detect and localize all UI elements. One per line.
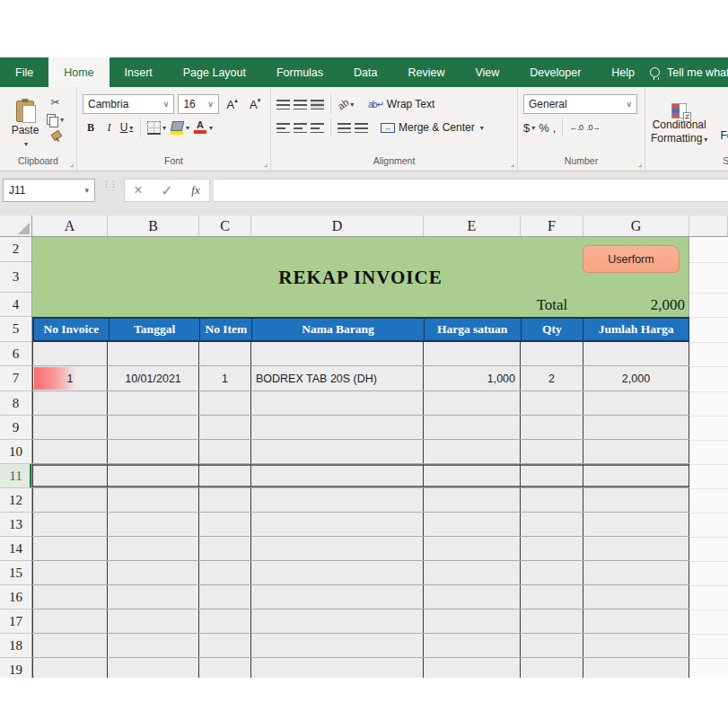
cell[interactable] [521,610,583,633]
cell[interactable]: 1 [199,366,251,390]
wrap-text-button[interactable]: ab↵ Wrap Text [368,98,434,110]
cell[interactable]: 1,000 [424,366,521,390]
cell[interactable] [199,658,251,678]
cell[interactable] [108,634,199,657]
clipboard-dialog-launcher[interactable]: ⌟ [70,160,74,168]
cell[interactable] [251,610,424,633]
align-center-button[interactable] [294,123,307,133]
grow-font-button[interactable]: A▴ [223,98,242,111]
cell[interactable] [424,585,521,609]
cell[interactable] [251,513,424,536]
cell[interactable] [32,610,108,633]
font-name-combo[interactable]: Cambria ∨ [83,94,174,114]
tab-home[interactable]: Home [48,57,109,87]
column-header-partial[interactable] [689,215,728,236]
percent-format-button[interactable]: % [539,121,549,135]
paste-button[interactable]: Paste [5,92,45,155]
cell[interactable] [32,658,108,678]
table-header-jumlah-harga[interactable]: Jumlah Harga [583,319,689,340]
row-header-8[interactable]: 8 [0,391,31,416]
cell[interactable] [108,610,199,633]
cell[interactable] [424,513,521,536]
fill-color-button[interactable] [170,121,189,135]
cell[interactable] [251,488,424,512]
cell[interactable] [424,634,521,657]
row-header-11[interactable]: 11 [0,464,31,488]
cancel-button[interactable]: × [134,182,142,198]
cell[interactable] [32,440,108,463]
tab-review[interactable]: Review [392,57,460,87]
increase-indent-button[interactable] [355,123,368,133]
cell[interactable] [251,561,424,584]
cell[interactable] [32,561,108,584]
row-header-5[interactable]: 5 [0,317,31,342]
font-size-combo[interactable]: 16 ∨ [178,94,218,114]
tab-developer[interactable]: Developer [514,57,596,87]
cell[interactable] [424,537,521,560]
cell[interactable] [583,464,689,487]
cell[interactable] [251,658,424,678]
cell[interactable] [521,658,583,678]
row-header-4[interactable]: 4 [0,293,31,317]
cell[interactable] [521,342,583,365]
row-header-14[interactable]: 14 [0,537,31,561]
cell[interactable] [32,537,108,560]
cell[interactable] [521,488,583,512]
column-header-C[interactable]: C [199,215,251,236]
cell[interactable] [424,658,521,678]
cell[interactable] [251,585,424,609]
cell[interactable]: 2 [521,366,583,390]
row-header-7[interactable]: 7 [0,366,31,391]
row-header-3[interactable]: 3 [0,262,31,293]
cell[interactable] [521,537,583,560]
table-header-no-item[interactable]: No Item [200,319,252,340]
cell[interactable] [251,391,424,415]
cell[interactable] [108,585,199,609]
formula-input[interactable] [214,179,728,202]
row-header-18[interactable]: 18 [0,634,31,658]
column-header-E[interactable]: E [424,215,521,236]
userform-button[interactable]: Userform [583,245,680,273]
copy-button[interactable] [47,112,64,127]
cell[interactable] [32,488,108,512]
enter-button[interactable]: ✓ [161,182,172,199]
cell[interactable] [583,488,689,512]
cell[interactable] [521,391,583,415]
cell[interactable] [424,464,521,487]
cell[interactable] [108,416,199,439]
font-color-button[interactable]: A [193,120,213,135]
row-header-16[interactable]: 16 [0,585,31,610]
format-as-table-button-partial[interactable]: Fo [720,92,728,155]
cell[interactable] [199,513,251,536]
cell[interactable] [108,513,199,536]
cell[interactable] [251,464,424,487]
cell[interactable] [251,537,424,560]
currency-format-button[interactable]: $ [523,121,535,135]
cell[interactable] [583,585,689,609]
cell[interactable] [583,342,689,365]
cell[interactable] [32,585,108,609]
cell[interactable] [521,440,583,463]
cell[interactable] [199,464,251,487]
row-header-19[interactable]: 19 [0,658,31,678]
align-left-button[interactable] [276,123,290,133]
tell-me-box[interactable]: Tell me what you want to [650,57,728,87]
cell[interactable] [521,561,583,584]
row-header-9[interactable]: 9 [0,416,31,440]
bold-button[interactable]: B [83,121,99,135]
tab-page-layout[interactable]: Page Layout [168,57,261,87]
cell[interactable] [521,464,583,487]
cell[interactable] [199,488,251,512]
cell[interactable] [583,416,689,439]
cell[interactable]: 10/01/2021 [108,366,199,390]
orientation-button[interactable]: ab [338,99,354,110]
cell[interactable] [199,342,251,365]
cell[interactable] [583,440,689,463]
row-header-13[interactable]: 13 [0,513,31,537]
cell[interactable] [583,513,689,536]
cell[interactable] [583,658,689,678]
cell[interactable] [424,342,521,365]
row-header-17[interactable]: 17 [0,610,31,634]
tab-help[interactable]: Help [596,57,650,87]
cell[interactable] [521,416,583,439]
